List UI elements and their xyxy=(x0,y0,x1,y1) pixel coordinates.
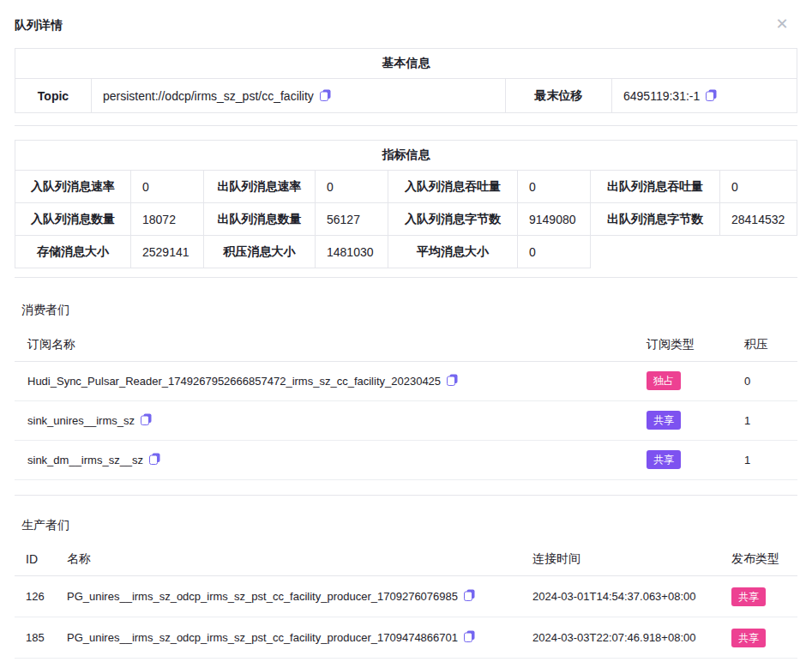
producer-name: PG_unires__irms_sz_odcp_irms_sz_pst_cc_f… xyxy=(67,631,458,644)
section-divider xyxy=(15,495,797,496)
publish-type-cell: 共享 xyxy=(731,576,797,617)
metric-value: 56127 xyxy=(316,203,388,236)
queue-detail-panel: 队列详情 ✕ 基本信息 Topic persistent://odcp/irms… xyxy=(0,0,812,659)
publish-type-badge: 共享 xyxy=(731,587,766,606)
subscription-type-cell: 独占 xyxy=(647,361,744,400)
metric-label: 出队列消息数量 xyxy=(204,203,316,236)
producers-section: 生产者们 ID 名称 连接时间 发布类型 126 PG_unires__irms… xyxy=(15,518,797,659)
producer-name-cell: PG_unires__irms_sz_odcp_irms_sz_pst_cc_f… xyxy=(67,617,532,659)
metric-value: 18072 xyxy=(131,203,204,236)
metrics-table: 指标信息 入队列消息速率 0 出队列消息速率 0 入队列消息吞吐量 0 出队列消… xyxy=(15,140,797,268)
panel-header: 队列详情 ✕ xyxy=(15,0,797,34)
metric-value: 0 xyxy=(316,171,388,203)
copy-icon[interactable] xyxy=(447,376,458,388)
backlog-cell: 0 xyxy=(744,361,797,400)
subscription-name: sink_unires__irms_sz xyxy=(27,414,135,427)
metric-value: 0 xyxy=(720,171,797,203)
connect-time-cell: 2024-03-03T22:07:46.918+08:00 xyxy=(532,617,731,659)
close-icon[interactable]: ✕ xyxy=(772,14,792,34)
basic-info-table: 基本信息 Topic persistent://odcp/irms_sz_pst… xyxy=(15,48,797,113)
subscription-type-cell: 共享 xyxy=(647,400,744,440)
subscription-name-cell: Hudi_Sync_Pulsar_Reader_1749267952666857… xyxy=(15,361,647,400)
offset-value: 6495119:31:-1 xyxy=(623,89,700,103)
copy-icon[interactable] xyxy=(706,90,717,104)
copy-icon[interactable] xyxy=(149,454,160,467)
table-row: sink_dm__irms_sz__sz 共享 1 xyxy=(15,440,797,479)
metrics-section-header: 指标信息 xyxy=(15,141,797,171)
backlog-cell: 1 xyxy=(744,400,797,440)
subscription-type-badge: 独占 xyxy=(647,371,681,390)
publish-type-cell: 共享 xyxy=(731,617,797,659)
topic-label: Topic xyxy=(15,79,92,113)
table-row: Hudi_Sync_Pulsar_Reader_1749267952666857… xyxy=(15,361,797,400)
offset-value-cell: 6495119:31:-1 xyxy=(612,79,797,113)
metric-label: 出队列消息吞吐量 xyxy=(591,171,720,203)
subscription-type-badge: 共享 xyxy=(647,450,681,469)
copy-icon[interactable] xyxy=(464,632,475,645)
metric-value: 2529141 xyxy=(131,236,204,268)
column-header-subscription-name: 订阅名称 xyxy=(15,328,647,361)
consumers-section: 消费者们 订阅名称 订阅类型 积压 Hudi_Sync_Pulsar_Reade… xyxy=(15,303,797,480)
section-divider xyxy=(15,125,797,126)
metric-value: 0 xyxy=(131,171,204,203)
metric-label: 存储消息大小 xyxy=(15,236,131,268)
metric-label: 入队列消息数量 xyxy=(15,203,131,236)
section-divider xyxy=(15,277,797,278)
metric-label: 积压消息大小 xyxy=(204,236,316,268)
metric-label: 入队列消息吞吐量 xyxy=(388,171,518,203)
subscription-name-cell: sink_dm__irms_sz__sz xyxy=(15,440,647,479)
table-row: 185 PG_unires__irms_sz_odcp_irms_sz_pst_… xyxy=(15,617,797,659)
subscription-name-cell: sink_unires__irms_sz xyxy=(15,400,647,440)
metric-value: 0 xyxy=(518,171,591,203)
subscription-type-cell: 共享 xyxy=(647,440,744,479)
producer-name: PG_unires__irms_sz_odcp_irms_sz_pst_cc_f… xyxy=(67,590,458,603)
topic-value: persistent://odcp/irms_sz_pst/cc_facilit… xyxy=(103,89,314,103)
subscription-name: Hudi_Sync_Pulsar_Reader_1749267952666857… xyxy=(27,375,441,388)
metric-label: 出队列消息速率 xyxy=(204,171,316,203)
producer-name-cell: PG_unires__irms_sz_odcp_irms_sz_pst_cc_f… xyxy=(67,576,532,617)
empty-cell xyxy=(591,236,797,268)
producer-id-cell: 126 xyxy=(15,576,67,617)
column-header-subscription-type: 订阅类型 xyxy=(647,328,744,361)
producer-id-cell: 185 xyxy=(15,617,67,659)
basic-info-section-header: 基本信息 xyxy=(15,49,797,79)
publish-type-badge: 共享 xyxy=(731,629,766,647)
metric-label: 入队列消息速率 xyxy=(15,171,131,203)
metric-value: 1481030 xyxy=(316,236,388,268)
copy-icon[interactable] xyxy=(464,591,475,604)
copy-icon[interactable] xyxy=(141,415,152,428)
column-header-publish-type: 发布类型 xyxy=(731,544,797,576)
producers-section-title: 生产者们 xyxy=(15,518,797,533)
column-header-name: 名称 xyxy=(67,544,532,576)
metric-value: 0 xyxy=(518,236,591,268)
column-header-connect-time: 连接时间 xyxy=(532,544,731,576)
subscription-type-badge: 共享 xyxy=(647,411,681,430)
column-header-id: ID xyxy=(15,544,67,576)
column-header-backlog: 积压 xyxy=(744,328,797,361)
metric-value: 28414532 xyxy=(720,203,797,236)
producers-table: ID 名称 连接时间 发布类型 126 PG_unires__irms_sz_o… xyxy=(15,544,797,659)
topic-value-cell: persistent://odcp/irms_sz_pst/cc_facilit… xyxy=(92,79,506,113)
consumers-table: 订阅名称 订阅类型 积压 Hudi_Sync_Pulsar_Reader_174… xyxy=(15,328,797,480)
connect-time-cell: 2024-03-01T14:54:37.063+08:00 xyxy=(532,576,731,617)
table-row: sink_unires__irms_sz 共享 1 xyxy=(15,400,797,440)
consumers-section-title: 消费者们 xyxy=(15,303,797,318)
copy-icon[interactable] xyxy=(320,90,331,104)
metric-label: 出队列消息字节数 xyxy=(591,203,720,236)
offset-label: 最末位移 xyxy=(506,79,612,113)
table-row: 126 PG_unires__irms_sz_odcp_irms_sz_pst_… xyxy=(15,576,797,617)
metric-label: 入队列消息字节数 xyxy=(388,203,518,236)
backlog-cell: 1 xyxy=(744,440,797,479)
metric-label: 平均消息大小 xyxy=(388,236,518,268)
metric-value: 9149080 xyxy=(518,203,591,236)
subscription-name: sink_dm__irms_sz__sz xyxy=(27,454,143,466)
page-title: 队列详情 xyxy=(15,18,63,32)
